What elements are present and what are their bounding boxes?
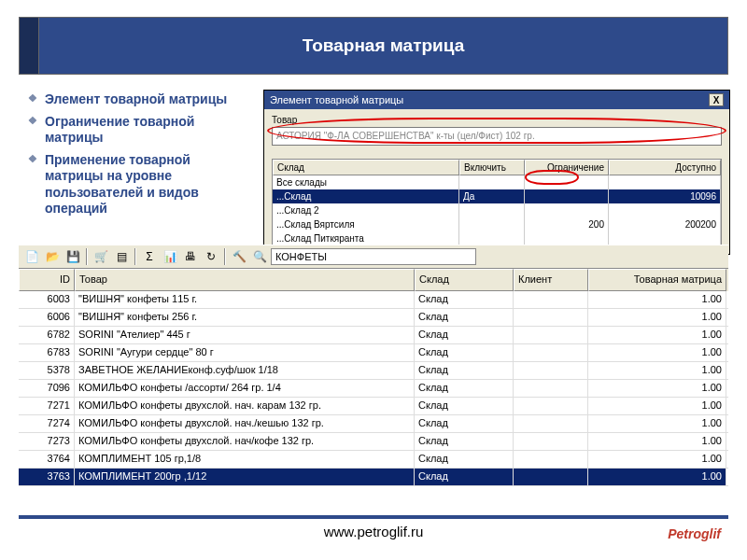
bullet-item: Ограничение товарной матрицы <box>28 114 252 147</box>
grid-row[interactable]: ...Склад Вяртсиля200200200 <box>273 217 721 231</box>
dialog-titlebar[interactable]: Элемент товарной матрицы X <box>264 91 729 109</box>
bullet-list: Элемент товарной матрицы Ограничение тов… <box>28 91 252 223</box>
refresh-icon[interactable]: ↻ <box>202 247 220 266</box>
table-row[interactable]: 6006"ВИШНЯ" конфеты 256 г.Склад1.00 <box>19 309 728 327</box>
product-field[interactable]: АСТОРИЯ "Ф-ЛА СОВЕРШЕНСТВА" к-ты (цел/Фи… <box>272 127 722 146</box>
filter-input[interactable]: КОНФЕТЫ <box>271 248 476 265</box>
header-accent <box>19 17 39 75</box>
col-product[interactable]: Товар <box>75 269 415 291</box>
toolbar: 📄 📂 💾 🛒 ▤ Σ 📊 🖶 ↻ 🔨 🔍 КОНФЕТЫ <box>19 245 728 269</box>
table-row[interactable]: 5378ЗАВЕТНОЕ ЖЕЛАНИЕконф.суф/шок 1/18Скл… <box>19 362 728 380</box>
col-sklad[interactable]: Склад <box>273 160 459 175</box>
table-row[interactable]: 3764КОМПЛИМЕНТ 105 гр,1/8Склад1.00 <box>19 451 728 469</box>
table-row[interactable]: 6003"ВИШНЯ" конфеты 115 г.Склад1.00 <box>19 291 728 309</box>
slide-title: Товарная матрица <box>303 35 464 56</box>
col-include[interactable]: Включить <box>459 160 525 175</box>
slide-title-bar: Товарная матрица <box>39 17 728 75</box>
separator <box>224 248 226 265</box>
table-row[interactable]: 6783SORINI "Аугури сердце" 80 гСклад1.00 <box>19 344 728 362</box>
table-row[interactable]: 7274КОМИЛЬФО конфеты двухслой. нач./кешь… <box>19 415 728 433</box>
separator <box>86 248 88 265</box>
col-matrix[interactable]: Товарная матрица <box>588 269 726 291</box>
grid-row[interactable]: ...Склад Питкяранта <box>273 231 721 245</box>
dialog-window: Элемент товарной матрицы X Товар АСТОРИЯ… <box>263 90 730 255</box>
grid-header: Склад Включить Ограничение Доступно <box>273 160 721 175</box>
main-grid-header: ID Товар Склад Клиент Товарная матрица <box>19 269 728 291</box>
footer-url: www.petroglif.ru <box>19 524 728 539</box>
col-client[interactable]: Клиент <box>514 269 588 291</box>
tool-icon[interactable]: 🔨 <box>230 247 248 266</box>
footer-logo: Petroglif <box>668 526 721 541</box>
grid-row[interactable]: Все склады <box>273 175 721 189</box>
close-icon[interactable]: X <box>709 93 724 106</box>
separator <box>134 248 136 265</box>
print-icon[interactable]: 🖶 <box>181 247 200 266</box>
filter-value: КОНФЕТЫ <box>275 251 327 262</box>
table-row[interactable]: 7096КОМИЛЬФО конфеты /ассорти/ 264 гр. 1… <box>19 380 728 398</box>
grid-row[interactable]: ...СкладДа10096 <box>273 189 721 203</box>
bullet-item: Применение товарной матрицы на уровне по… <box>28 152 252 217</box>
table-row[interactable]: 6782SORINI "Ателиер" 445 гСклад1.00 <box>19 327 728 344</box>
main-grid[interactable]: ID Товар Склад Клиент Товарная матрица 6… <box>19 269 728 511</box>
props-icon[interactable]: ▤ <box>112 247 131 266</box>
col-available[interactable]: Доступно <box>609 160 721 175</box>
table-row[interactable]: 7273КОМИЛЬФО конфеты двухслой. нач/кофе … <box>19 433 728 451</box>
filter-icon[interactable]: 🔍 <box>250 247 269 266</box>
dialog-title: Элемент товарной матрицы <box>270 94 403 105</box>
product-label: Товар <box>272 115 722 125</box>
grid-row[interactable]: ...Склад 2 <box>273 203 721 217</box>
save-icon[interactable]: 💾 <box>63 247 82 266</box>
bullet-item: Элемент товарной матрицы <box>28 91 252 108</box>
col-id[interactable]: ID <box>19 269 75 291</box>
table-row[interactable]: 3763КОМПЛИМЕНТ 200гр ,1/12Склад1.00 <box>19 469 728 486</box>
col-limit[interactable]: Ограничение <box>525 160 609 175</box>
warehouse-grid[interactable]: Склад Включить Ограничение Доступно Все … <box>272 159 722 246</box>
chart-icon[interactable]: 📊 <box>161 247 179 266</box>
table-row[interactable]: 7271КОМИЛЬФО конфеты двухслой. нач. кара… <box>19 398 728 415</box>
footer-divider <box>19 515 728 519</box>
col-warehouse[interactable]: Склад <box>415 269 514 291</box>
open-icon[interactable]: 📂 <box>43 247 62 266</box>
sum-icon[interactable]: Σ <box>140 247 159 266</box>
product-value: АСТОРИЯ "Ф-ЛА СОВЕРШЕНСТВА" к-ты (цел/Фи… <box>276 131 535 141</box>
cart-icon[interactable]: 🛒 <box>92 247 110 266</box>
new-icon[interactable]: 📄 <box>22 247 41 266</box>
